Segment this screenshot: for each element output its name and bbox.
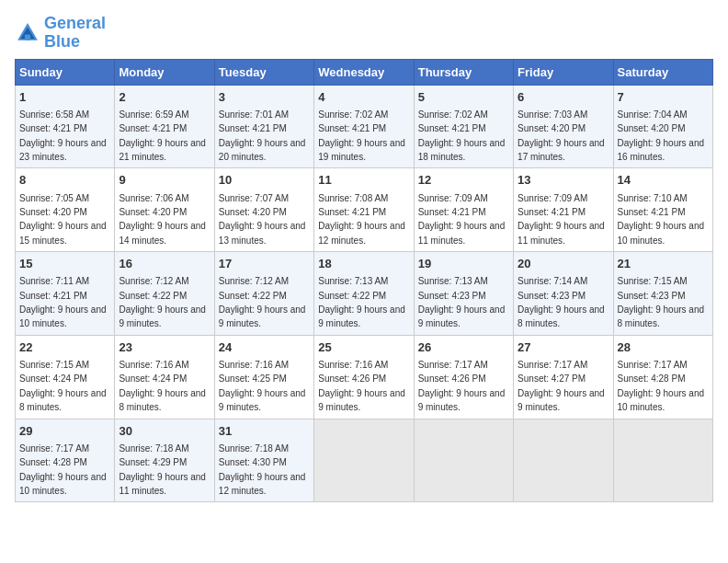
day-daylight: Daylight: 9 hours and 20 minutes. <box>219 138 306 162</box>
day-daylight: Daylight: 9 hours and 12 minutes. <box>318 221 405 245</box>
day-sunrise: Sunrise: 7:03 AM <box>518 109 587 120</box>
day-sunrise: Sunrise: 7:17 AM <box>418 360 488 370</box>
day-daylight: Daylight: 9 hours and 16 minutes. <box>618 138 705 162</box>
day-sunset: Sunset: 4:28 PM <box>618 373 686 384</box>
day-number: 31 <box>219 423 310 440</box>
day-sunrise: Sunrise: 7:02 AM <box>318 109 388 120</box>
calendar-day-12: 12 Sunrise: 7:09 AM Sunset: 4:21 PM Dayl… <box>414 168 513 252</box>
day-number: 13 <box>518 172 609 189</box>
day-sunset: Sunset: 4:21 PM <box>119 123 187 133</box>
calendar-day-8: 8 Sunrise: 7:05 AM Sunset: 4:20 PM Dayli… <box>16 168 115 252</box>
calendar-day-14: 14 Sunrise: 7:10 AM Sunset: 4:21 PM Dayl… <box>613 168 712 252</box>
calendar-day-25: 25 Sunrise: 7:16 AM Sunset: 4:26 PM Dayl… <box>314 335 414 419</box>
day-number: 18 <box>318 256 409 272</box>
day-number: 25 <box>318 339 409 356</box>
day-number: 20 <box>518 256 609 272</box>
day-sunset: Sunset: 4:21 PM <box>318 207 386 217</box>
day-sunrise: Sunrise: 7:14 AM <box>518 276 587 286</box>
day-number: 16 <box>119 256 210 272</box>
day-sunset: Sunset: 4:23 PM <box>618 291 686 301</box>
day-number: 15 <box>19 256 110 272</box>
day-sunrise: Sunrise: 7:09 AM <box>518 193 587 203</box>
day-sunrise: Sunrise: 7:06 AM <box>119 193 188 203</box>
day-sunrise: Sunrise: 7:09 AM <box>418 193 488 203</box>
day-sunset: Sunset: 4:21 PM <box>19 291 87 301</box>
day-sunrise: Sunrise: 7:17 AM <box>618 360 688 370</box>
day-daylight: Daylight: 9 hours and 21 minutes. <box>119 138 206 162</box>
day-sunset: Sunset: 4:21 PM <box>618 207 686 217</box>
day-sunset: Sunset: 4:27 PM <box>518 373 586 384</box>
calendar-day-26: 26 Sunrise: 7:17 AM Sunset: 4:26 PM Dayl… <box>414 335 513 419</box>
header-wednesday: Wednesday <box>314 59 414 85</box>
day-number: 23 <box>119 339 210 356</box>
day-number: 12 <box>418 172 509 189</box>
day-daylight: Daylight: 9 hours and 10 minutes. <box>19 472 107 496</box>
calendar-day-7: 7 Sunrise: 7:04 AM Sunset: 4:20 PM Dayli… <box>613 85 712 168</box>
day-sunrise: Sunrise: 7:16 AM <box>219 360 289 370</box>
calendar-day-10: 10 Sunrise: 7:07 AM Sunset: 4:20 PM Dayl… <box>214 168 313 252</box>
day-sunset: Sunset: 4:23 PM <box>518 291 586 301</box>
day-daylight: Daylight: 9 hours and 9 minutes. <box>418 388 506 412</box>
day-sunset: Sunset: 4:22 PM <box>119 291 187 301</box>
calendar-day-30: 30 Sunrise: 7:18 AM Sunset: 4:29 PM Dayl… <box>115 419 214 502</box>
day-sunset: Sunset: 4:20 PM <box>19 207 87 217</box>
day-sunrise: Sunrise: 7:10 AM <box>618 193 688 203</box>
calendar-day-11: 11 Sunrise: 7:08 AM Sunset: 4:21 PM Dayl… <box>314 168 414 252</box>
calendar-day-5: 5 Sunrise: 7:02 AM Sunset: 4:21 PM Dayli… <box>414 85 513 168</box>
day-sunset: Sunset: 4:20 PM <box>518 123 586 133</box>
day-sunset: Sunset: 4:29 PM <box>119 457 187 467</box>
logo: General Blue <box>15 15 106 52</box>
calendar-day-29: 29 Sunrise: 7:17 AM Sunset: 4:28 PM Dayl… <box>16 419 115 502</box>
day-daylight: Daylight: 9 hours and 9 minutes. <box>518 388 605 412</box>
day-sunrise: Sunrise: 7:05 AM <box>19 193 89 203</box>
day-number: 21 <box>618 256 709 272</box>
calendar-day-28: 28 Sunrise: 7:17 AM Sunset: 4:28 PM Dayl… <box>613 335 712 419</box>
day-sunset: Sunset: 4:30 PM <box>219 457 287 467</box>
calendar-day-empty <box>314 419 414 502</box>
calendar-day-13: 13 Sunrise: 7:09 AM Sunset: 4:21 PM Dayl… <box>514 168 613 252</box>
day-sunset: Sunset: 4:24 PM <box>119 373 187 384</box>
day-sunrise: Sunrise: 7:13 AM <box>418 276 488 286</box>
day-daylight: Daylight: 9 hours and 10 minutes. <box>618 221 705 245</box>
day-daylight: Daylight: 9 hours and 8 minutes. <box>518 304 605 328</box>
day-number: 5 <box>418 89 509 106</box>
calendar-header-row: SundayMondayTuesdayWednesdayThursdayFrid… <box>16 59 713 85</box>
day-number: 8 <box>19 172 110 189</box>
svg-rect-3 <box>25 34 30 40</box>
calendar-day-empty <box>514 419 613 502</box>
calendar-day-18: 18 Sunrise: 7:13 AM Sunset: 4:22 PM Dayl… <box>314 252 414 336</box>
day-daylight: Daylight: 9 hours and 11 minutes. <box>119 472 206 496</box>
calendar-day-22: 22 Sunrise: 7:15 AM Sunset: 4:24 PM Dayl… <box>16 335 115 419</box>
calendar-day-6: 6 Sunrise: 7:03 AM Sunset: 4:20 PM Dayli… <box>514 85 613 168</box>
day-daylight: Daylight: 9 hours and 17 minutes. <box>518 138 605 162</box>
day-daylight: Daylight: 9 hours and 10 minutes. <box>618 388 705 412</box>
header-saturday: Saturday <box>613 59 712 85</box>
day-number: 17 <box>219 256 310 272</box>
calendar-day-27: 27 Sunrise: 7:17 AM Sunset: 4:27 PM Dayl… <box>514 335 613 419</box>
day-daylight: Daylight: 9 hours and 9 minutes. <box>318 304 405 328</box>
calendar-day-21: 21 Sunrise: 7:15 AM Sunset: 4:23 PM Dayl… <box>613 252 712 336</box>
day-daylight: Daylight: 9 hours and 18 minutes. <box>418 138 506 162</box>
day-sunset: Sunset: 4:26 PM <box>318 373 386 384</box>
logo-text-line1: General <box>44 15 106 33</box>
day-number: 22 <box>19 339 110 356</box>
calendar-day-2: 2 Sunrise: 6:59 AM Sunset: 4:21 PM Dayli… <box>115 85 214 168</box>
day-daylight: Daylight: 9 hours and 9 minutes. <box>318 388 405 412</box>
day-number: 30 <box>119 423 210 440</box>
day-number: 26 <box>418 339 509 356</box>
calendar-day-24: 24 Sunrise: 7:16 AM Sunset: 4:25 PM Dayl… <box>214 335 313 419</box>
day-sunrise: Sunrise: 7:16 AM <box>119 360 188 370</box>
day-sunrise: Sunrise: 7:07 AM <box>219 193 289 203</box>
day-sunrise: Sunrise: 7:04 AM <box>618 109 688 120</box>
calendar-week-row: 22 Sunrise: 7:15 AM Sunset: 4:24 PM Dayl… <box>16 335 713 419</box>
day-number: 3 <box>219 89 310 106</box>
day-sunrise: Sunrise: 7:18 AM <box>219 443 289 454</box>
calendar-day-31: 31 Sunrise: 7:18 AM Sunset: 4:30 PM Dayl… <box>214 419 313 502</box>
day-sunset: Sunset: 4:21 PM <box>518 207 586 217</box>
calendar-week-row: 8 Sunrise: 7:05 AM Sunset: 4:20 PM Dayli… <box>16 168 713 252</box>
day-number: 7 <box>618 89 709 106</box>
logo-icon <box>15 20 40 46</box>
header-monday: Monday <box>115 59 214 85</box>
calendar-week-row: 29 Sunrise: 7:17 AM Sunset: 4:28 PM Dayl… <box>16 419 713 502</box>
calendar-day-15: 15 Sunrise: 7:11 AM Sunset: 4:21 PM Dayl… <box>16 252 115 336</box>
